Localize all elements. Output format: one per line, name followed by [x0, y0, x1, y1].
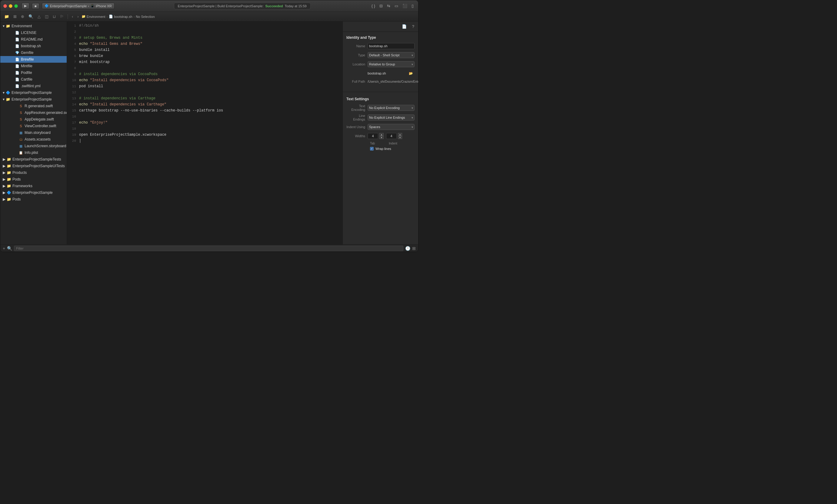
type-label: Type: [346, 53, 368, 57]
sidebar-item-appdelegate[interactable]: S AppDelegate.swift: [0, 116, 67, 123]
nav-forward-icon[interactable]: ›: [76, 13, 80, 20]
close-button[interactable]: [3, 4, 7, 8]
sidebar-item-enterprise-tests[interactable]: ▶ 📁 EnterpriseProjectSampleTests: [0, 156, 67, 163]
sidebar-item-enterprise-uitests[interactable]: ▶ 📁 EnterpriseProjectSampleUITests: [0, 163, 67, 169]
indent-width-input[interactable]: [386, 133, 397, 139]
sidebar-item-enterprise-project[interactable]: ▾ 🔷 EnterpriseProjectSample: [0, 89, 67, 96]
navigator-button[interactable]: ▭: [393, 3, 400, 9]
tab-width-input[interactable]: [368, 133, 378, 139]
code-content: 1 2 3 4 5 6 7 8 9 10 11 12 13 14 15 16 1: [67, 21, 342, 145]
add-icon[interactable]: ⊕: [19, 13, 26, 20]
sidebar-item-swiftlint[interactable]: 📄 .swiftlint.yml: [0, 83, 67, 89]
sidebar-item-pods-sub[interactable]: ▶ 📁 Pods: [0, 176, 67, 183]
branch-icon[interactable]: ⊔: [51, 13, 57, 20]
code-editor[interactable]: 1 2 3 4 5 6 7 8 9 10 11 12 13 14 15 16 1: [67, 21, 342, 245]
folder-icon[interactable]: 📁: [3, 13, 11, 20]
breadcrumb-bootstrap[interactable]: 📄 bootstrap.sh: [109, 15, 132, 18]
warning-icon[interactable]: ⊠: [12, 13, 18, 20]
file-icon: 💎: [15, 50, 20, 55]
folder-icon: 📁: [7, 170, 11, 175]
indent-select[interactable]: Spaces: [368, 124, 414, 130]
sidebar-item-appresolver[interactable]: S AppResolver.generated.swift: [0, 109, 67, 116]
stop-button[interactable]: ■: [32, 3, 39, 9]
debug-button[interactable]: ⬛: [401, 3, 409, 9]
sidebar-item-infoplist[interactable]: 📋 Info.plist: [0, 149, 67, 156]
search-icon[interactable]: 🔍: [27, 13, 35, 20]
sidebar-item-enterprise-root[interactable]: ▶ 🔷 EnterpriseProjectSample: [0, 189, 67, 196]
play-button[interactable]: ▶: [21, 3, 30, 9]
maximize-button[interactable]: [14, 4, 18, 8]
sidebar-label-pods-root: Pods: [13, 197, 21, 201]
expand-arrow: ▶: [3, 177, 5, 181]
sidebar-item-enterprise-group[interactable]: ▾ 📁 EnterpriseProjectSample: [0, 96, 67, 103]
hierarchy-button[interactable]: ⊞: [412, 246, 416, 251]
file-inspector-button[interactable]: 📄: [400, 23, 408, 30]
indent-increment-button[interactable]: ▲: [398, 133, 402, 136]
code-line-14: echo "Install dependencies via Carthage": [79, 102, 336, 108]
sidebar-label-podfile: Podfile: [21, 71, 32, 75]
sidebar-item-r-generated[interactable]: S R.generated.swift: [0, 103, 67, 109]
sidebar-label-frameworks: Frameworks: [13, 184, 32, 188]
code-review-button[interactable]: { }: [370, 3, 377, 9]
sidebar-item-launchscreen[interactable]: ▦ LaunchScreen.storyboard: [0, 143, 67, 149]
sidebar-item-podfile[interactable]: 📄 Podfile: [0, 69, 67, 76]
recent-files-button[interactable]: 🕐: [405, 246, 410, 251]
file-icon: 📄: [15, 64, 20, 69]
sidebar-item-environment[interactable]: ▾ 📁 Environment: [0, 23, 67, 30]
type-row: Type Default - Shell Script: [346, 52, 414, 58]
add-file-button[interactable]: +: [3, 246, 5, 251]
indent-decrement-button[interactable]: ▼: [398, 136, 402, 139]
reveal-in-finder-icon[interactable]: 📂: [407, 71, 414, 76]
line-endings-select[interactable]: No Explicit Line Endings: [368, 114, 414, 121]
inspector-button[interactable]: ▯: [410, 3, 415, 9]
wrap-lines-checkbox[interactable]: ✓: [370, 147, 374, 150]
sidebar-item-gemfile[interactable]: 💎 Gemfile: [0, 49, 67, 56]
breadcrumb-selection[interactable]: No Selection: [136, 15, 155, 18]
tab-decrement-button[interactable]: ▼: [379, 136, 384, 139]
back-forward-button[interactable]: ⇆: [386, 3, 392, 9]
tab-increment-button[interactable]: ▲: [379, 133, 384, 136]
sidebar-item-mainstoryboard[interactable]: ▦ Main.storyboard: [0, 129, 67, 136]
location-select[interactable]: Relative to Group: [368, 61, 414, 67]
expand-arrow: ▶: [3, 184, 5, 188]
breadcrumb-environment[interactable]: 📁 Environment: [82, 15, 105, 18]
layout-button[interactable]: ⊟: [378, 3, 384, 9]
minimize-button[interactable]: [9, 4, 13, 8]
sidebar-item-readme[interactable]: 📄 README.md: [0, 36, 67, 43]
titlebar: ▶ ■ 🔷 EnterpriseProjectSample › 📱 iPhone…: [0, 0, 418, 12]
filter-icon[interactable]: △: [36, 13, 42, 20]
sidebar-item-cartfile[interactable]: 📄 Cartfile: [0, 76, 67, 83]
line-num-9: 9: [67, 71, 76, 77]
help-button[interactable]: ?: [411, 23, 416, 30]
expand-arrow: ▾: [3, 91, 4, 95]
file-icon: 📄: [15, 43, 20, 49]
code-line-20: │: [79, 138, 336, 144]
type-select[interactable]: Default - Shell Script: [368, 52, 414, 58]
name-input[interactable]: [368, 43, 414, 49]
scheme-selector[interactable]: 🔷 EnterpriseProjectSample › 📱 iPhone XR: [42, 3, 114, 9]
indent-select-wrapper: Spaces: [368, 124, 414, 130]
folder-icon: 📁: [7, 164, 11, 168]
nav-back-icon[interactable]: ‹: [70, 13, 74, 20]
sidebar-item-assets[interactable]: 🗂 Assets.xcassets: [0, 136, 67, 143]
filter-input[interactable]: [14, 246, 403, 251]
sidebar-item-brewfile[interactable]: 📄 Brewfile: [0, 56, 67, 63]
sidebar-item-mintfile[interactable]: 📄 Mintfile: [0, 63, 67, 69]
sidebar-item-pods-root[interactable]: ▶ 📁 Pods: [0, 196, 67, 203]
sidebar-item-frameworks[interactable]: ▶ 📁 Frameworks: [0, 183, 67, 189]
encoding-select[interactable]: No Explicit Encoding: [368, 105, 414, 111]
sidebar-item-products[interactable]: ▶ 📁 Products: [0, 169, 67, 176]
sidebar-item-viewcontroller[interactable]: S ViewController.swift: [0, 123, 67, 129]
indent-row: Indent Using Spaces: [346, 124, 414, 130]
line-num-6: 6: [67, 53, 76, 59]
indent-label-small: Indent: [389, 142, 397, 145]
code-line-9: # install dependencies via CocoaPods: [79, 71, 336, 77]
swift-icon: S: [18, 117, 23, 122]
diff-icon[interactable]: ◫: [43, 13, 50, 20]
filename-display: bootstrap.sh: [368, 71, 407, 75]
folder-icon: 📁: [7, 197, 11, 201]
filter-button[interactable]: 🔍: [7, 246, 12, 251]
issues-icon[interactable]: ⚐: [58, 13, 65, 20]
sidebar-item-bootstrap[interactable]: 📄 bootstrap.sh: [0, 43, 67, 49]
sidebar-item-license[interactable]: 📄 LICENSE: [0, 30, 67, 36]
